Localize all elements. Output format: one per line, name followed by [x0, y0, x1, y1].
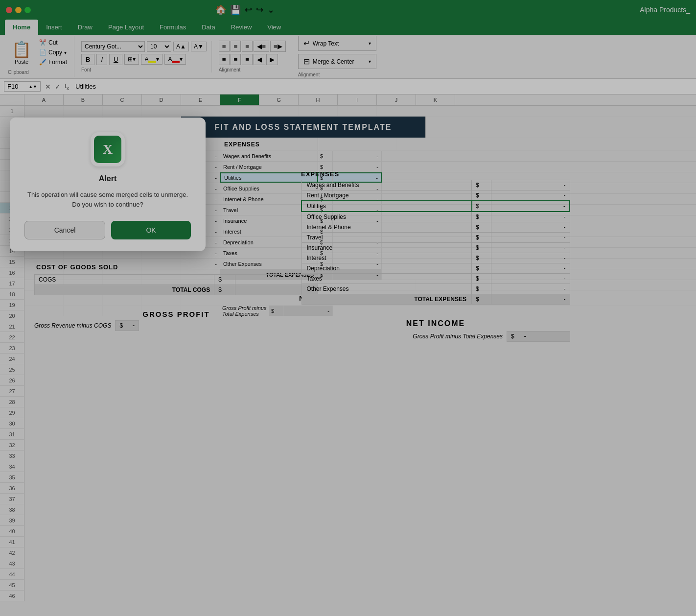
row-num-46[interactable]: 46: [0, 591, 24, 601]
align-middle-button[interactable]: ≡: [231, 41, 241, 52]
formula-input[interactable]: Utilities: [73, 82, 692, 91]
row-num-21[interactable]: 21: [0, 321, 24, 332]
dialog-ok-button[interactable]: OK: [111, 221, 191, 239]
row-num-33[interactable]: 33: [0, 450, 24, 461]
row-num-27[interactable]: 27: [0, 386, 24, 397]
cell-H3[interactable]: [357, 138, 396, 150]
tab-view[interactable]: View: [259, 20, 289, 35]
cell-G1[interactable]: [259, 106, 299, 116]
font-size-select[interactable]: 10: [147, 41, 171, 52]
merge-center-button[interactable]: ⊟ Merge & Center ▾: [298, 54, 376, 69]
paste-button[interactable]: 📋 Paste: [8, 38, 35, 67]
minimize-button[interactable]: [15, 7, 22, 13]
row-num-23[interactable]: 23: [0, 343, 24, 354]
indent-increase-button[interactable]: ≡▶: [270, 41, 286, 52]
row-num-32[interactable]: 32: [0, 440, 24, 450]
col-header-J[interactable]: J: [377, 95, 416, 105]
row-num-34[interactable]: 34: [0, 461, 24, 472]
align-top-button[interactable]: ≡: [219, 41, 230, 52]
font-family-select[interactable]: Century Got...: [81, 41, 145, 52]
row-num-18[interactable]: 18: [0, 289, 24, 300]
col-header-C[interactable]: C: [103, 95, 142, 105]
row-num-38[interactable]: 38: [0, 504, 24, 515]
row-num-25[interactable]: 25: [0, 364, 24, 375]
borders-button[interactable]: ⊞▾: [124, 54, 139, 65]
row-num-29[interactable]: 29: [0, 407, 24, 418]
row-num-45[interactable]: 45: [0, 580, 24, 591]
cell-F1[interactable]: [220, 106, 259, 116]
maximize-button[interactable]: [24, 7, 31, 13]
row-num-1[interactable]: 1: [0, 106, 24, 117]
font-size-decrease[interactable]: A▼: [191, 42, 207, 51]
row-num-43[interactable]: 43: [0, 558, 24, 569]
underline-button[interactable]: U: [109, 54, 122, 65]
ltr-button[interactable]: ▶: [266, 54, 278, 65]
rtl-button[interactable]: ◀: [254, 54, 265, 65]
bold-button[interactable]: B: [81, 54, 94, 65]
align-bottom-button[interactable]: ≡: [242, 41, 253, 52]
cell-I1[interactable]: [338, 106, 377, 116]
cell-H1[interactable]: [299, 106, 338, 116]
col-header-D[interactable]: D: [142, 95, 181, 105]
formula-cancel-button[interactable]: ✕: [44, 82, 52, 91]
row-num-35[interactable]: 35: [0, 472, 24, 483]
row-num-31[interactable]: 31: [0, 429, 24, 440]
col-header-H[interactable]: H: [299, 95, 338, 105]
row-num-17[interactable]: 17: [0, 278, 24, 289]
row-num-15[interactable]: 15: [0, 257, 24, 267]
wages-cell[interactable]: Wages and Benefits: [220, 151, 318, 161]
row-num-41[interactable]: 41: [0, 537, 24, 547]
font-size-increase[interactable]: A▲: [173, 42, 189, 51]
fill-color-button[interactable]: A▾: [141, 54, 162, 65]
cell-C1[interactable]: [103, 106, 142, 116]
tab-data[interactable]: Data: [194, 20, 223, 35]
col-header-A[interactable]: A: [24, 95, 64, 105]
tab-page-layout[interactable]: Page Layout: [100, 20, 152, 35]
col-header-E[interactable]: E: [181, 95, 220, 105]
row-num-39[interactable]: 39: [0, 515, 24, 526]
italic-button[interactable]: I: [96, 54, 107, 65]
row-num-19[interactable]: 19: [0, 300, 24, 310]
row-num-30[interactable]: 30: [0, 418, 24, 429]
cell-D1[interactable]: [142, 106, 181, 116]
row-num-37[interactable]: 37: [0, 494, 24, 504]
row-num-36[interactable]: 36: [0, 483, 24, 494]
row-num-20[interactable]: 20: [0, 310, 24, 321]
row-num-42[interactable]: 42: [0, 547, 24, 558]
align-right-button[interactable]: ≡: [242, 54, 253, 65]
wrap-text-button[interactable]: ↵ Wrap Text ▾: [298, 36, 376, 51]
tab-formulas[interactable]: Formulas: [152, 20, 194, 35]
formula-confirm-button[interactable]: ✓: [53, 82, 62, 91]
col-header-K[interactable]: K: [416, 95, 455, 105]
row-num-40[interactable]: 40: [0, 526, 24, 537]
tab-insert[interactable]: Insert: [38, 20, 70, 35]
col-header-F[interactable]: F: [220, 95, 259, 105]
dialog-cancel-button[interactable]: Cancel: [24, 221, 105, 239]
close-button[interactable]: [6, 7, 12, 13]
cogs-label-cell[interactable]: COGS: [35, 275, 214, 285]
cell-E1[interactable]: [181, 106, 220, 116]
col-header-I[interactable]: I: [338, 95, 377, 105]
format-button[interactable]: 🖌️ Format: [37, 58, 69, 67]
cut-button[interactable]: ✂️ Cut: [37, 38, 69, 47]
cell-reference-box[interactable]: F10 ▲▼: [4, 81, 41, 92]
row-num-22[interactable]: 22: [0, 332, 24, 343]
cell-A1[interactable]: [24, 106, 64, 116]
align-center-button[interactable]: ≡: [231, 54, 241, 65]
tab-home[interactable]: Home: [5, 20, 38, 35]
row-num-28[interactable]: 28: [0, 397, 24, 407]
row-num-44[interactable]: 44: [0, 569, 24, 580]
row-num-16[interactable]: 16: [0, 267, 24, 278]
row-num-24[interactable]: 24: [0, 354, 24, 364]
row-num-26[interactable]: 26: [0, 375, 24, 386]
col-header-B[interactable]: B: [64, 95, 103, 105]
cell-B1[interactable]: [64, 106, 103, 116]
tab-review[interactable]: Review: [223, 20, 260, 35]
formula-insert-button[interactable]: fx: [63, 82, 70, 91]
cell-G3[interactable]: [318, 138, 357, 150]
copy-button[interactable]: 📄 Copy ▾: [37, 48, 69, 57]
align-left-button[interactable]: ≡: [219, 54, 230, 65]
indent-decrease-button[interactable]: ◀≡: [254, 41, 269, 52]
col-header-G[interactable]: G: [259, 95, 299, 105]
font-color-button[interactable]: A▾: [164, 54, 186, 65]
